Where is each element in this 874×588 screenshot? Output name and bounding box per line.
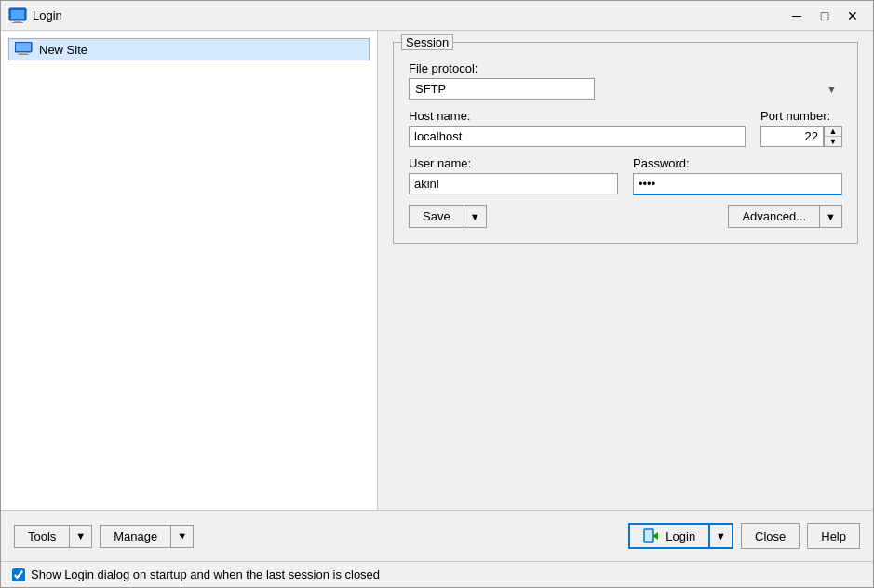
svg-rect-1 <box>11 10 24 19</box>
svg-rect-3 <box>12 22 23 23</box>
user-name-label: User name: <box>409 156 618 170</box>
port-label: Port number: <box>760 109 842 123</box>
session-group: Session File protocol: SFTP FTP SCP WebD… <box>393 42 858 244</box>
svg-rect-7 <box>18 54 29 55</box>
main-content: New Site Session File protocol: SFTP FTP… <box>1 31 873 510</box>
close-button[interactable]: ✕ <box>840 6 866 26</box>
advanced-button[interactable]: Advanced... <box>728 205 819 228</box>
startup-checkbox-wrapper[interactable]: Show Login dialog on startup and when th… <box>12 568 380 581</box>
credentials-row: User name: Password: <box>409 156 842 195</box>
svg-rect-6 <box>20 52 27 54</box>
session-legend: Session <box>401 34 453 50</box>
port-spin-down[interactable]: ▼ <box>825 137 841 146</box>
maximize-button[interactable]: □ <box>812 6 838 26</box>
port-spin-buttons: ▲ ▼ <box>824 126 842 147</box>
file-protocol-select[interactable]: SFTP FTP SCP WebDAV S3 <box>409 78 595 100</box>
minimize-button[interactable]: ─ <box>784 6 810 26</box>
user-group: User name: <box>409 156 618 195</box>
manage-dropdown-button[interactable]: ▼ <box>170 525 194 548</box>
svg-rect-5 <box>16 43 31 51</box>
login-split-button: Login ▼ <box>628 523 733 549</box>
svg-rect-2 <box>14 20 21 22</box>
hostname-group: Host name: <box>409 109 746 147</box>
user-name-input[interactable] <box>409 173 618 194</box>
bottom-right-buttons: Login ▼ Close Help <box>628 523 860 549</box>
startup-checkbox[interactable] <box>12 568 25 581</box>
tools-split-button: Tools ▼ <box>14 525 92 548</box>
host-name-input[interactable] <box>409 126 746 147</box>
tools-dropdown-button[interactable]: ▼ <box>69 525 92 548</box>
status-bar: Show Login dialog on startup and when th… <box>1 561 873 587</box>
port-input[interactable] <box>760 126 824 147</box>
right-panel: Session File protocol: SFTP FTP SCP WebD… <box>378 31 873 510</box>
login-dropdown-button[interactable]: ▼ <box>708 523 733 549</box>
port-group: Port number: ▲ ▼ <box>760 109 842 147</box>
password-label: Password: <box>633 156 842 170</box>
port-spinner: ▲ ▼ <box>760 126 842 147</box>
save-button[interactable]: Save <box>409 205 464 228</box>
left-panel: New Site <box>1 31 378 510</box>
save-dropdown-button[interactable]: ▼ <box>464 205 487 228</box>
save-split-button: Save ▼ <box>409 205 487 228</box>
file-protocol-select-wrapper: SFTP FTP SCP WebDAV S3 ▼ <box>409 78 842 100</box>
host-name-label: Host name: <box>409 109 746 123</box>
login-window: Login ─ □ ✕ New S <box>0 0 874 588</box>
svg-rect-9 <box>645 530 652 541</box>
bottom-left-buttons: Tools ▼ Manage ▼ <box>14 525 628 548</box>
site-icon <box>15 42 34 57</box>
port-spin-up[interactable]: ▲ <box>825 127 841 137</box>
app-icon <box>8 7 27 25</box>
title-bar: Login ─ □ ✕ <box>1 1 873 31</box>
select-arrow-icon: ▼ <box>827 84 837 95</box>
file-protocol-label: File protocol: <box>409 61 842 75</box>
pass-group: Password: <box>633 156 842 195</box>
manage-button[interactable]: Manage <box>100 525 170 548</box>
password-input[interactable] <box>633 173 842 195</box>
startup-checkbox-label[interactable]: Show Login dialog on startup and when th… <box>31 568 380 581</box>
bottom-bar: Tools ▼ Manage ▼ Login ▼ Clo <box>1 510 873 561</box>
window-title: Login <box>33 8 784 22</box>
login-button[interactable]: Login <box>628 523 708 549</box>
new-site-item[interactable]: New Site <box>8 38 370 60</box>
close-window-button[interactable]: Close <box>741 523 800 549</box>
manage-split-button: Manage ▼ <box>100 525 194 548</box>
site-tree: New Site <box>8 38 370 502</box>
new-site-label: New Site <box>39 43 87 57</box>
advanced-split-button: Advanced... ▼ <box>728 205 842 228</box>
hostname-row: Host name: Port number: ▲ ▼ <box>409 109 842 147</box>
buttons-row: Save ▼ Advanced... ▼ <box>409 205 842 228</box>
help-button[interactable]: Help <box>807 523 860 549</box>
login-icon <box>643 528 660 543</box>
file-protocol-group: File protocol: SFTP FTP SCP WebDAV S3 ▼ <box>409 61 842 100</box>
login-label: Login <box>666 529 695 543</box>
advanced-dropdown-button[interactable]: ▼ <box>819 205 842 228</box>
tools-button[interactable]: Tools <box>14 525 69 548</box>
window-controls: ─ □ ✕ <box>784 6 866 26</box>
